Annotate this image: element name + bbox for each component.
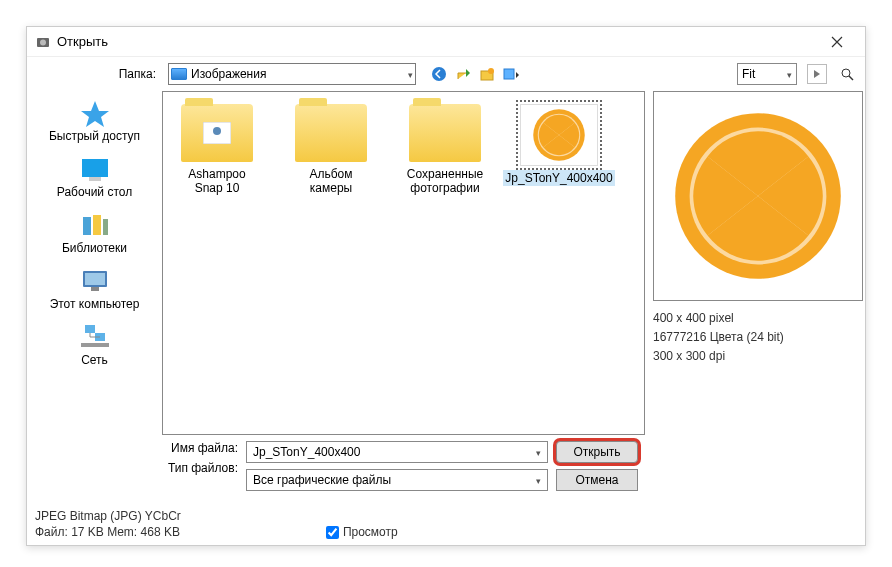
svg-rect-9: [83, 217, 91, 235]
folder-item[interactable]: Ashampoo Snap 10: [171, 104, 263, 422]
sidebar-item-label: Библиотеки: [62, 241, 127, 255]
file-name: Jp_STonY_400x400: [503, 170, 614, 186]
zoom-button[interactable]: [837, 64, 857, 84]
body-row: Быстрый доступ Рабочий стол Библиотеки Э…: [27, 91, 865, 435]
sidebar-item-quickaccess[interactable]: Быстрый доступ: [27, 99, 162, 143]
preview-checkbox-label: Просмотр: [343, 525, 398, 539]
preview-panel: 400 x 400 pixel 16777216 Цвета (24 bit) …: [645, 91, 865, 435]
file-list[interactable]: Ashampoo Snap 10 Альбом камеры Сохраненн…: [162, 91, 645, 435]
filetype-combo[interactable]: Все графические файлы: [246, 469, 548, 491]
preview-image: [653, 91, 863, 301]
filetype-label: Тип файлов:: [27, 461, 238, 475]
filename-value: Jp_STonY_400x400: [253, 445, 360, 459]
orange-icon: [668, 106, 848, 286]
folder-icon: [409, 104, 481, 162]
svg-rect-15: [85, 325, 95, 333]
network-icon: [79, 323, 111, 351]
fit-value: Fit: [742, 67, 755, 81]
thumbnail: [520, 104, 598, 166]
file-item-selected[interactable]: Jp_STonY_400x400: [513, 104, 605, 422]
sidebar-item-libraries[interactable]: Библиотеки: [27, 211, 162, 255]
desktop-icon: [79, 155, 111, 183]
status-format: JPEG Bitmap (JPG) YCbCr: [35, 509, 857, 523]
sidebar-item-network[interactable]: Сеть: [27, 323, 162, 367]
cancel-button[interactable]: Отмена: [556, 469, 638, 491]
file-name: Ashampoo Snap 10: [171, 166, 263, 197]
folder-icon: [295, 104, 367, 162]
filename-combo[interactable]: Jp_STonY_400x400: [246, 441, 548, 463]
places-sidebar: Быстрый доступ Рабочий стол Библиотеки Э…: [27, 91, 162, 435]
dialog-title: Открыть: [57, 34, 817, 49]
sidebar-item-desktop[interactable]: Рабочий стол: [27, 155, 162, 199]
preview-colors: 16777216 Цвета (24 bit): [653, 328, 861, 347]
sidebar-item-label: Сеть: [81, 353, 108, 367]
file-name: Альбом камеры: [285, 166, 377, 197]
titlebar: Открыть: [27, 27, 865, 57]
svg-point-19: [213, 127, 221, 135]
svg-point-6: [842, 69, 850, 77]
close-icon: [831, 36, 843, 48]
app-icon: [35, 34, 51, 50]
chevron-down-icon: [536, 445, 541, 459]
preview-dpi: 300 x 300 dpi: [653, 347, 861, 366]
play-icon: [813, 70, 821, 78]
bottom-row: Имя файла: Тип файлов: Jp_STonY_400x400 …: [27, 435, 865, 491]
orange-icon: [531, 107, 587, 163]
folder-item[interactable]: Сохраненные фотографии: [399, 104, 491, 422]
folder-value: Изображения: [191, 67, 266, 81]
topbar: Папка: Изображения Fit: [27, 57, 865, 91]
preview-dimensions: 400 x 400 pixel: [653, 309, 861, 328]
back-icon[interactable]: [430, 65, 448, 83]
folder-icon: [181, 104, 253, 162]
fit-combo[interactable]: Fit: [737, 63, 797, 85]
sidebar-item-label: Рабочий стол: [57, 185, 132, 199]
magnifier-icon: [840, 67, 854, 81]
preview-checkbox[interactable]: Просмотр: [326, 525, 398, 539]
status-size: Файл: 17 KB Mem: 468 KB: [35, 525, 180, 539]
play-button[interactable]: [807, 64, 827, 84]
chevron-down-icon: [536, 473, 541, 487]
chevron-down-icon: [408, 67, 413, 81]
sidebar-item-computer[interactable]: Этот компьютер: [27, 267, 162, 311]
chevron-down-icon: [787, 67, 792, 81]
nav-icons: [430, 65, 520, 83]
filename-label: Имя файла:: [27, 441, 238, 455]
svg-rect-8: [89, 177, 101, 181]
svg-rect-17: [81, 343, 109, 347]
svg-point-4: [488, 68, 494, 74]
open-button[interactable]: Открыть: [556, 441, 638, 463]
statusbar: JPEG Bitmap (JPG) YCbCr Файл: 17 KB Mem:…: [35, 509, 857, 539]
folder-combo[interactable]: Изображения: [168, 63, 416, 85]
drive-icon: [171, 68, 187, 80]
open-dialog: Открыть Папка: Изображения Fit Быст: [26, 26, 866, 546]
folder-label: Папка:: [27, 67, 162, 81]
svg-rect-10: [93, 215, 101, 235]
view-icon[interactable]: [502, 65, 520, 83]
sidebar-item-label: Этот компьютер: [50, 297, 140, 311]
star-icon: [79, 99, 111, 127]
svg-rect-14: [91, 287, 99, 291]
svg-point-1: [40, 39, 46, 45]
preview-checkbox-input[interactable]: [326, 526, 339, 539]
svg-point-2: [432, 67, 446, 81]
svg-rect-13: [85, 273, 105, 285]
sidebar-item-label: Быстрый доступ: [49, 129, 140, 143]
computer-icon: [79, 267, 111, 295]
up-icon[interactable]: [454, 65, 472, 83]
svg-rect-11: [103, 219, 108, 235]
preview-meta: 400 x 400 pixel 16777216 Цвета (24 bit) …: [653, 309, 861, 367]
svg-rect-7: [82, 159, 108, 177]
file-name: Сохраненные фотографии: [399, 166, 491, 197]
svg-rect-5: [504, 69, 514, 79]
new-folder-icon[interactable]: [478, 65, 496, 83]
close-button[interactable]: [817, 28, 857, 56]
libraries-icon: [79, 211, 111, 239]
folder-item[interactable]: Альбом камеры: [285, 104, 377, 422]
filetype-value: Все графические файлы: [253, 473, 391, 487]
